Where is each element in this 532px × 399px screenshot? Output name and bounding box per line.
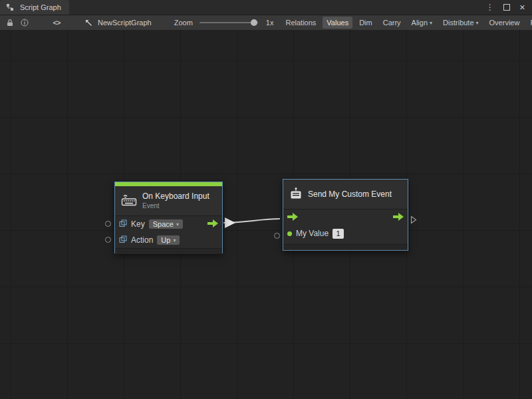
value-port-icon[interactable] bbox=[287, 231, 292, 236]
node-title: Send My Custom Event bbox=[308, 190, 392, 199]
zoom-value: 1x bbox=[266, 19, 274, 27]
action-port-row: Action Up ▾ bbox=[115, 232, 222, 248]
key-label: Key bbox=[131, 219, 145, 229]
lock-icon[interactable] bbox=[4, 17, 16, 29]
flow-port-row bbox=[283, 209, 408, 225]
graph-toolbar: <> NewScriptGraph Zoom 1x Relations Valu… bbox=[0, 15, 532, 31]
tab-script-graph[interactable]: Script Graph bbox=[0, 0, 69, 15]
graph-name-label: NewScriptGraph bbox=[98, 19, 152, 27]
graph-hierarchy-icon bbox=[4, 1, 16, 13]
tab-bar: Script Graph ⋮ ✕ bbox=[0, 0, 532, 15]
kebab-menu-icon[interactable]: ⋮ bbox=[486, 3, 494, 12]
custom-event-icon bbox=[289, 187, 303, 202]
output-triangle-port[interactable] bbox=[410, 215, 417, 227]
dropdown-arrow-icon: ▾ bbox=[173, 237, 176, 243]
my-value-input[interactable]: 1 bbox=[332, 229, 344, 239]
distribute-dropdown-button[interactable]: Distribute ▾ bbox=[439, 17, 482, 29]
values-button[interactable]: Values bbox=[323, 17, 352, 29]
window-controls: ⋮ ✕ bbox=[479, 0, 532, 15]
full-screen-button[interactable]: Full Screen bbox=[526, 17, 532, 29]
dim-button[interactable]: Dim bbox=[355, 17, 376, 29]
overview-button[interactable]: Overview bbox=[485, 17, 524, 29]
node-footer bbox=[115, 248, 222, 254]
node-title: On Keyboard Input bbox=[142, 192, 209, 201]
node-on-keyboard-input[interactable]: On Keyboard Input Event Key Space ▾ bbox=[114, 182, 223, 253]
zoom-slider[interactable] bbox=[200, 22, 258, 23]
action-external-port[interactable] bbox=[105, 237, 111, 243]
maximize-icon[interactable] bbox=[503, 4, 510, 11]
key-dropdown[interactable]: Space ▾ bbox=[149, 219, 183, 229]
node-footer bbox=[283, 244, 408, 250]
object-port-icon bbox=[119, 234, 127, 246]
object-port-icon bbox=[119, 218, 127, 230]
dropdown-arrow-icon: ▾ bbox=[430, 20, 432, 26]
tab-title: Script Graph bbox=[20, 3, 61, 11]
my-value-label: My Value bbox=[296, 229, 329, 238]
trigger-input-port[interactable] bbox=[287, 211, 298, 223]
code-icon[interactable]: <> bbox=[51, 17, 63, 29]
relations-button[interactable]: Relations bbox=[281, 17, 320, 29]
node-send-my-custom-event[interactable]: Send My Custom Event My Value 1 bbox=[283, 179, 408, 251]
my-value-external-port[interactable] bbox=[274, 233, 280, 239]
script-graph-window: Script Graph ⋮ ✕ <> bbox=[0, 0, 532, 399]
node-header: On Keyboard Input Event bbox=[115, 186, 222, 216]
keyboard-icon bbox=[121, 194, 137, 209]
node-header: Send My Custom Event bbox=[283, 180, 408, 209]
key-port-row: Key Space ▾ bbox=[115, 216, 222, 232]
breadcrumb[interactable]: NewScriptGraph bbox=[82, 17, 152, 29]
trigger-output-port[interactable] bbox=[393, 211, 404, 223]
graph-canvas[interactable]: On Keyboard Input Event Key Space ▾ bbox=[0, 30, 532, 399]
trigger-output-port[interactable] bbox=[207, 218, 218, 230]
action-dropdown[interactable]: Up ▾ bbox=[157, 235, 180, 245]
zoom-slider-knob[interactable] bbox=[251, 19, 257, 26]
info-icon[interactable] bbox=[19, 17, 31, 29]
align-dropdown-button[interactable]: Align ▾ bbox=[408, 17, 436, 29]
close-icon[interactable]: ✕ bbox=[519, 3, 525, 12]
carry-button[interactable]: Carry bbox=[379, 17, 405, 29]
key-external-port[interactable] bbox=[105, 221, 111, 227]
dropdown-arrow-icon: ▾ bbox=[176, 221, 179, 227]
node-subtitle: Event bbox=[142, 202, 209, 209]
zoom-label: Zoom bbox=[174, 19, 193, 27]
graph-pointer-icon bbox=[82, 17, 94, 29]
dropdown-arrow-icon: ▾ bbox=[476, 20, 479, 26]
connection-wire bbox=[0, 30, 532, 399]
action-label: Action bbox=[131, 235, 153, 245]
my-value-row: My Value 1 bbox=[283, 225, 408, 241]
